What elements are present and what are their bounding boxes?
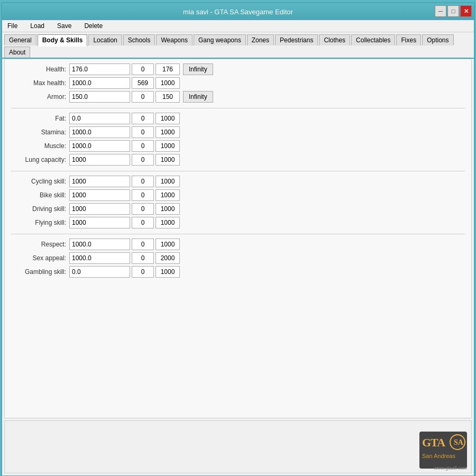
maximize-button[interactable]: □	[447, 5, 459, 17]
bike-skill-row: Bike skill:	[11, 189, 465, 201]
health-min[interactable]	[132, 63, 154, 75]
main-window: mia savi - GTA SA Savegame Editor ─ □ ✕ …	[1, 2, 475, 476]
menu-bar: File Load Save Delete	[2, 20, 474, 32]
lung-capacity-row: Lung capacity:	[11, 154, 465, 166]
sex-appeal-max[interactable]	[155, 252, 180, 264]
tab-body-skills[interactable]: Body & Skills	[38, 34, 88, 47]
tabs-bar: General Body & Skills Location Schools W…	[2, 32, 474, 59]
sex-appeal-row: Sex appeal:	[11, 252, 465, 264]
armor-input[interactable]	[69, 91, 130, 103]
max-health-min[interactable]	[132, 77, 154, 89]
separator-2	[11, 171, 465, 171]
menu-file[interactable]: File	[4, 21, 21, 31]
svg-text:GTA: GTA	[422, 436, 445, 449]
muscle-input[interactable]	[69, 140, 130, 152]
driving-skill-input[interactable]	[69, 203, 130, 215]
stamina-max[interactable]	[155, 126, 180, 138]
driving-skill-row: Driving skill:	[11, 203, 465, 215]
tab-gang-weapons[interactable]: Gang weapons	[194, 34, 246, 45]
cycling-skill-max[interactable]	[155, 176, 180, 187]
stamina-min[interactable]	[132, 126, 154, 138]
separator-1	[11, 108, 465, 108]
sex-appeal-min[interactable]	[132, 252, 154, 264]
bike-skill-input[interactable]	[69, 189, 130, 201]
stamina-label: Stamina:	[11, 129, 69, 136]
stamina-row: Stamina:	[11, 126, 465, 138]
stamina-input[interactable]	[69, 126, 130, 138]
tab-schools[interactable]: Schools	[123, 34, 155, 45]
tab-location[interactable]: Location	[88, 34, 122, 45]
fat-max[interactable]	[155, 113, 180, 124]
flying-skill-min[interactable]	[132, 217, 154, 228]
driving-skill-max[interactable]	[155, 203, 180, 215]
separator-3	[11, 234, 465, 234]
content-area: Health: Infinity Max health: Armor: Infi…	[4, 59, 472, 418]
bike-skill-min[interactable]	[132, 189, 154, 201]
sex-appeal-input[interactable]	[69, 252, 130, 264]
max-health-label: Max health:	[11, 79, 69, 87]
cycling-skill-row: Cycling skill:	[11, 176, 465, 187]
armor-label: Armor:	[11, 93, 69, 100]
menu-delete[interactable]: Delete	[81, 21, 106, 31]
lung-capacity-min[interactable]	[132, 154, 154, 166]
minimize-button[interactable]: ─	[435, 5, 446, 17]
fat-input[interactable]	[69, 113, 130, 124]
svg-text:San Andreas: San Andreas	[422, 453, 455, 459]
max-health-input[interactable]	[69, 77, 130, 89]
respect-label: Respect:	[11, 241, 69, 248]
tab-general[interactable]: General	[4, 34, 36, 45]
flying-skill-input[interactable]	[69, 217, 130, 228]
gambling-skill-input[interactable]	[69, 266, 130, 278]
health-max[interactable]	[155, 63, 180, 75]
health-infinity-button[interactable]: Infinity	[183, 63, 213, 75]
bike-skill-label: Bike skill:	[11, 191, 69, 199]
respect-max[interactable]	[155, 239, 180, 250]
health-group: Health: Infinity Max health: Armor: Infi…	[11, 63, 465, 103]
gambling-skill-max[interactable]	[155, 266, 180, 278]
fat-min[interactable]	[132, 113, 154, 124]
armor-max[interactable]	[155, 91, 180, 103]
fat-label: Fat:	[11, 115, 69, 122]
lung-capacity-max[interactable]	[155, 154, 180, 166]
gambling-skill-label: Gambling skill:	[11, 268, 69, 276]
gta-logo: GTA San Andreas SA	[419, 432, 467, 469]
lung-capacity-label: Lung capacity:	[11, 156, 69, 163]
muscle-max[interactable]	[155, 140, 180, 152]
bottom-panel: GTA San Andreas SA www.gtaall.com	[4, 420, 472, 473]
tab-collectables[interactable]: Collectables	[351, 34, 395, 45]
sex-appeal-label: Sex appeal:	[11, 254, 69, 262]
tab-weapons[interactable]: Weapons	[156, 34, 192, 45]
lung-capacity-input[interactable]	[69, 154, 130, 166]
tab-options[interactable]: Options	[422, 34, 453, 45]
social-group: Respect: Sex appeal: Gambling skill:	[11, 239, 465, 278]
flying-skill-label: Flying skill:	[11, 219, 69, 226]
menu-load[interactable]: Load	[27, 21, 48, 31]
respect-row: Respect:	[11, 239, 465, 250]
max-health-max[interactable]	[155, 77, 180, 89]
close-button[interactable]: ✕	[460, 5, 472, 17]
armor-min[interactable]	[132, 91, 154, 103]
max-health-row: Max health:	[11, 77, 465, 89]
tab-clothes[interactable]: Clothes	[319, 34, 350, 45]
tab-fixes[interactable]: Fixes	[396, 34, 421, 45]
tab-about[interactable]: About	[4, 47, 30, 58]
title-bar: mia savi - GTA SA Savegame Editor ─ □ ✕	[2, 3, 474, 20]
stats-group: Fat: Stamina: Muscle: Lung capacity:	[11, 113, 465, 166]
respect-min[interactable]	[132, 239, 154, 250]
driving-skill-min[interactable]	[132, 203, 154, 215]
flying-skill-max[interactable]	[155, 217, 180, 228]
menu-save[interactable]: Save	[54, 21, 75, 31]
armor-infinity-button[interactable]: Infinity	[183, 91, 213, 103]
muscle-min[interactable]	[132, 140, 154, 152]
health-label: Health:	[11, 66, 69, 73]
health-input[interactable]	[69, 63, 130, 75]
cycling-skill-input[interactable]	[69, 176, 130, 187]
cycling-skill-min[interactable]	[132, 176, 154, 187]
muscle-label: Muscle:	[11, 142, 69, 150]
respect-input[interactable]	[69, 239, 130, 250]
bike-skill-max[interactable]	[155, 189, 180, 201]
tab-pedestrians[interactable]: Pedestrians	[275, 34, 318, 45]
armor-row: Armor: Infinity	[11, 91, 465, 103]
gambling-skill-min[interactable]	[132, 266, 154, 278]
tab-zones[interactable]: Zones	[247, 34, 274, 45]
